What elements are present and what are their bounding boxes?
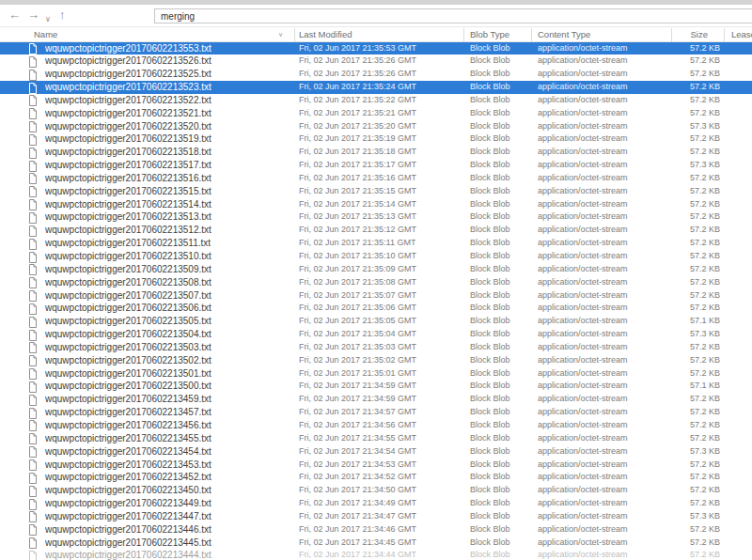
blob-content-type: application/octet-stream <box>538 185 628 198</box>
file-icon <box>28 497 39 510</box>
file-icon <box>28 354 39 367</box>
column-header-content-type[interactable]: Content Type <box>538 27 590 42</box>
blob-name: wquwpctopictrigger20170602213516.txt <box>45 172 212 185</box>
blob-name: wquwpctopictrigger20170602213510.txt <box>45 250 212 263</box>
blob-last-modified: Fri, 02 Jun 2017 21:35:01 GMT <box>299 367 416 381</box>
table-row[interactable]: wquwpctopictrigger20170602213516.txt Fri… <box>0 172 752 185</box>
file-icon <box>28 54 39 68</box>
table-row[interactable]: wquwpctopictrigger20170602213505.txt Fri… <box>0 315 752 328</box>
table-row[interactable]: wquwpctopictrigger20170602213523.txt Fri… <box>0 81 752 94</box>
file-icon <box>28 315 39 328</box>
blob-size: 57.2 KB <box>649 432 720 445</box>
blob-type: Block Blob <box>470 459 510 472</box>
table-row[interactable]: wquwpctopictrigger20170602213525.txt Fri… <box>0 68 752 81</box>
table-row[interactable]: wquwpctopictrigger20170602213502.txt Fri… <box>0 354 752 367</box>
table-row[interactable]: wquwpctopictrigger20170602213522.txt Fri… <box>0 94 752 107</box>
table-row[interactable]: wquwpctopictrigger20170602213553.txt Fri… <box>0 42 752 55</box>
column-header-lease-state[interactable]: Lease State <box>731 27 752 42</box>
blob-name: wquwpctopictrigger20170602213449.txt <box>45 497 212 510</box>
table-row[interactable]: wquwpctopictrigger20170602213456.txt Fri… <box>0 419 752 432</box>
table-row[interactable]: wquwpctopictrigger20170602213520.txt Fri… <box>0 120 752 133</box>
table-row[interactable]: wquwpctopictrigger20170602213455.txt Fri… <box>0 432 752 445</box>
blob-name: wquwpctopictrigger20170602213521.txt <box>45 107 212 120</box>
blob-type: Block Blob <box>470 328 510 341</box>
blob-content-type: application/octet-stream <box>538 94 628 107</box>
blob-last-modified: Fri, 02 Jun 2017 21:35:18 GMT <box>299 146 416 159</box>
blob-name: wquwpctopictrigger20170602213506.txt <box>45 302 212 315</box>
table-row[interactable]: wquwpctopictrigger20170602213501.txt Fri… <box>0 367 752 381</box>
blob-content-type: application/octet-stream <box>538 419 628 432</box>
column-separator <box>671 28 672 42</box>
table-row[interactable]: wquwpctopictrigger20170602213514.txt Fri… <box>0 198 752 211</box>
blob-size: 57.2 KB <box>649 406 720 419</box>
table-row[interactable]: wquwpctopictrigger20170602213457.txt Fri… <box>0 406 752 419</box>
table-row[interactable]: wquwpctopictrigger20170602213526.txt Fri… <box>0 54 752 68</box>
recent-locations-chevron-icon[interactable]: ∨ <box>45 12 51 27</box>
table-row[interactable]: wquwpctopictrigger20170602213511.txt Fri… <box>0 237 752 250</box>
table-row[interactable]: wquwpctopictrigger20170602213519.txt Fri… <box>0 132 752 146</box>
table-row[interactable]: wquwpctopictrigger20170602213459.txt Fri… <box>0 393 752 406</box>
file-icon <box>28 198 39 211</box>
blob-content-type: application/octet-stream <box>538 459 628 472</box>
blob-content-type: application/octet-stream <box>538 510 628 523</box>
up-level-icon[interactable]: ↑ <box>59 8 66 23</box>
blob-name: wquwpctopictrigger20170602213518.txt <box>45 146 212 159</box>
file-icon <box>28 172 39 185</box>
table-row[interactable]: wquwpctopictrigger20170602213500.txt Fri… <box>0 380 752 393</box>
blob-size: 57.2 KB <box>649 549 720 560</box>
blob-content-type: application/octet-stream <box>538 224 628 237</box>
table-row[interactable]: wquwpctopictrigger20170602213515.txt Fri… <box>0 185 752 198</box>
table-row[interactable]: wquwpctopictrigger20170602213509.txt Fri… <box>0 263 752 276</box>
blob-last-modified: Fri, 02 Jun 2017 21:35:17 GMT <box>299 159 416 172</box>
blob-size: 57.2 KB <box>649 42 720 55</box>
table-row[interactable]: wquwpctopictrigger20170602213450.txt Fri… <box>0 484 752 497</box>
table-row[interactable]: wquwpctopictrigger20170602213446.txt Fri… <box>0 523 752 537</box>
table-row[interactable]: wquwpctopictrigger20170602213508.txt Fri… <box>0 276 752 289</box>
table-row[interactable]: wquwpctopictrigger20170602213513.txt Fri… <box>0 210 752 224</box>
back-icon[interactable]: ← <box>8 8 21 23</box>
blob-size: 57.2 KB <box>649 263 720 276</box>
table-row[interactable]: wquwpctopictrigger20170602213507.txt Fri… <box>0 289 752 303</box>
blob-size: 57.2 KB <box>649 237 720 250</box>
forward-icon[interactable]: → <box>27 8 39 23</box>
table-row[interactable]: wquwpctopictrigger20170602213444.txt Fri… <box>0 549 752 560</box>
table-row[interactable]: wquwpctopictrigger20170602213504.txt Fri… <box>0 328 752 341</box>
table-row[interactable]: wquwpctopictrigger20170602213521.txt Fri… <box>0 107 752 120</box>
blob-last-modified: Fri, 02 Jun 2017 21:35:21 GMT <box>299 107 416 120</box>
column-header-name[interactable]: Name <box>34 27 57 42</box>
table-row[interactable]: wquwpctopictrigger20170602213518.txt Fri… <box>0 146 752 159</box>
blob-name: wquwpctopictrigger20170602213447.txt <box>45 510 212 523</box>
table-row[interactable]: wquwpctopictrigger20170602213517.txt Fri… <box>0 159 752 172</box>
blob-name: wquwpctopictrigger20170602213500.txt <box>45 380 212 393</box>
table-row[interactable]: wquwpctopictrigger20170602213512.txt Fri… <box>0 224 752 237</box>
blob-content-type: application/octet-stream <box>538 42 628 55</box>
column-header-size[interactable]: Size <box>671 27 708 42</box>
table-row[interactable]: wquwpctopictrigger20170602213453.txt Fri… <box>0 459 752 472</box>
table-row[interactable]: wquwpctopictrigger20170602213445.txt Fri… <box>0 537 752 550</box>
table-row[interactable]: wquwpctopictrigger20170602213454.txt Fri… <box>0 445 752 459</box>
blob-type: Block Blob <box>470 549 510 560</box>
column-header-blob-type[interactable]: Blob Type <box>470 27 509 42</box>
blob-size: 57.2 KB <box>649 210 720 224</box>
blob-name: wquwpctopictrigger20170602213452.txt <box>45 471 212 484</box>
table-row[interactable]: wquwpctopictrigger20170602213510.txt Fri… <box>0 250 752 263</box>
blob-size: 57.2 KB <box>649 198 720 211</box>
column-header-last-modified[interactable]: Last Modified <box>299 27 352 42</box>
blob-last-modified: Fri, 02 Jun 2017 21:34:55 GMT <box>299 432 416 445</box>
blob-size: 57.2 KB <box>649 250 720 263</box>
table-row[interactable]: wquwpctopictrigger20170602213449.txt Fri… <box>0 497 752 510</box>
table-row[interactable]: wquwpctopictrigger20170602213447.txt Fri… <box>0 510 752 523</box>
chevron-down-icon[interactable]: ∨ <box>278 27 283 42</box>
blob-last-modified: Fri, 02 Jun 2017 21:34:50 GMT <box>299 484 416 497</box>
table-row[interactable]: wquwpctopictrigger20170602213503.txt Fri… <box>0 341 752 354</box>
table-header: Name ∨ Last Modified Blob Type Content T… <box>0 26 752 42</box>
file-icon <box>28 185 39 198</box>
file-icon <box>28 263 39 276</box>
blob-type: Block Blob <box>470 198 510 211</box>
blob-size: 57.2 KB <box>649 185 720 198</box>
table-row[interactable]: wquwpctopictrigger20170602213452.txt Fri… <box>0 471 752 484</box>
address-input[interactable] <box>154 8 752 23</box>
blob-name: wquwpctopictrigger20170602213504.txt <box>45 328 212 341</box>
blob-last-modified: Fri, 02 Jun 2017 21:35:08 GMT <box>299 276 416 289</box>
table-row[interactable]: wquwpctopictrigger20170602213506.txt Fri… <box>0 302 752 315</box>
